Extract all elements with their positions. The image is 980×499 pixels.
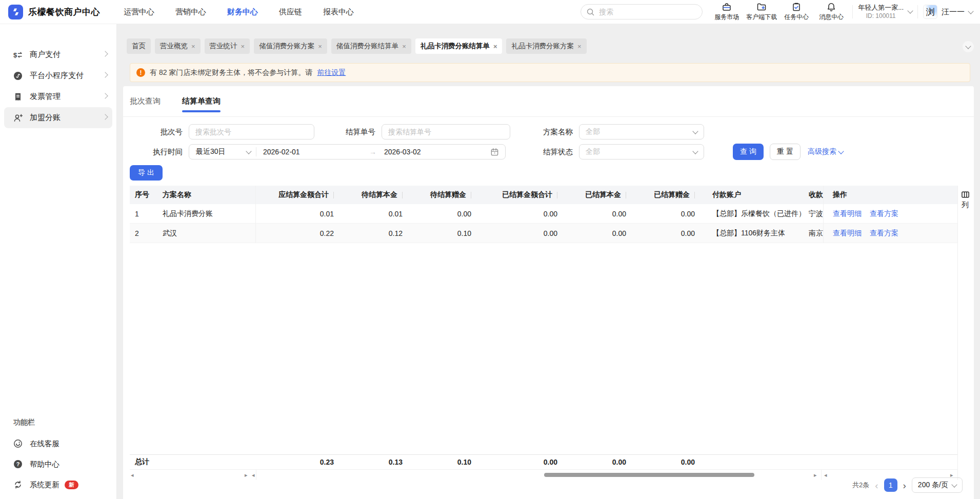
view-detail-link[interactable]: 查看明细 — [833, 209, 862, 218]
app-logo[interactable] — [8, 5, 23, 19]
close-icon[interactable]: × — [241, 43, 245, 50]
sidebar-item-help-center[interactable]: ? 帮助中心 — [0, 454, 116, 474]
end-date-value[interactable]: 2026-03-02 — [376, 148, 490, 156]
tab-home[interactable]: 首页 — [127, 38, 151, 54]
settle-status-select[interactable]: 全部 — [579, 144, 704, 159]
nav-finance-center[interactable]: 财务中心 — [227, 7, 258, 17]
column-settings-button[interactable]: 列 — [957, 186, 972, 480]
reset-button[interactable]: 重 置 — [770, 144, 801, 160]
user-menu[interactable]: 浏 汪一一 — [923, 5, 973, 19]
batch-no-field[interactable] — [189, 124, 314, 139]
start-date-value[interactable]: 2026-02-01 — [256, 148, 369, 156]
tab-stored-value-plan[interactable]: 储值消费分账方案× — [254, 38, 327, 54]
export-button[interactable]: 导 出 — [130, 165, 163, 181]
view-plan-link[interactable]: 查看方案 — [870, 209, 898, 218]
quick-task-center[interactable]: 任务中心 — [781, 2, 812, 22]
subtab-batch-query[interactable]: 批次查询 — [130, 86, 161, 116]
chevron-down-icon — [951, 482, 957, 487]
cell-receiver-account: 宁波 — [803, 209, 823, 218]
scroll-right-arrow[interactable]: ▸ — [245, 471, 248, 478]
col-payer-account: 付款账户 — [702, 190, 803, 199]
col-receiver-account: 收款账户 — [803, 190, 823, 199]
search-box[interactable] — [581, 4, 703, 19]
view-detail-link[interactable]: 查看明细 — [833, 229, 862, 238]
col-actions: 操作 — [823, 186, 957, 204]
tab-giftcard-plan[interactable]: 礼品卡消费分账方案× — [506, 38, 586, 54]
go-to-settings-link[interactable]: 前往设置 — [317, 68, 346, 77]
tab-label: 储值消费分账结算单 — [336, 42, 399, 51]
nav-supply-chain[interactable]: 供应链 — [279, 7, 302, 17]
nav-operation-center[interactable]: 运营中心 — [124, 7, 154, 17]
scroll-left-arrow[interactable]: ◂ — [824, 471, 827, 478]
scroll-left-arrow[interactable]: ◂ — [131, 471, 134, 478]
tabstrip-collapse-button[interactable] — [963, 41, 974, 52]
top-nav: 运营中心 营销中心 财务中心 供应链 报表中心 — [124, 7, 354, 17]
advanced-search-link[interactable]: 高级搜索 — [808, 147, 843, 156]
sidebar-item-invoice[interactable]: 发票管理 — [0, 86, 116, 107]
settle-no-input[interactable] — [382, 128, 510, 136]
cell-pending-bonus: 0.10 — [410, 229, 478, 237]
close-icon[interactable]: × — [493, 43, 497, 50]
tab-business-stats[interactable]: 营业统计× — [205, 38, 250, 54]
col-pending-principal: 待结算本金 — [341, 190, 410, 199]
cell-plan-name: 礼品卡消费分账 — [162, 204, 256, 223]
exec-time-label: 执行时间 — [130, 147, 183, 157]
table-row: 1 礼品卡消费分账 0.01 0.01 0.00 0.00 0.00 0.00 … — [130, 204, 957, 224]
sidebar-item-label: 发票管理 — [30, 92, 61, 102]
close-icon[interactable]: × — [191, 43, 195, 50]
quick-client-download[interactable]: 客户端下载 — [746, 2, 777, 22]
date-preset-select[interactable]: 最近30日 — [189, 147, 256, 156]
columns-icon — [961, 190, 970, 199]
warning-icon: ! — [136, 68, 145, 77]
quick-service-market[interactable]: 服务市场 — [711, 2, 743, 22]
briefcase-icon — [722, 2, 732, 12]
bell-icon — [826, 2, 836, 12]
page-size-select[interactable]: 200 条/页 — [912, 477, 963, 493]
sidebar-item-online-service[interactable]: 在线客服 — [0, 433, 116, 454]
col-settled-total: 已结算金额合计 — [478, 190, 565, 199]
sidebar-item-miniprogram-pay[interactable]: 平台小程序支付 — [0, 65, 116, 86]
sidebar-item-merchant-pay[interactable]: $ 商户支付 — [0, 44, 116, 65]
tenant-id: ID: 100011 — [866, 12, 896, 21]
next-page-button[interactable]: › — [903, 481, 906, 490]
scroll-right-arrow[interactable]: ▸ — [814, 471, 817, 478]
close-icon[interactable]: × — [402, 43, 406, 50]
batch-no-input[interactable] — [189, 128, 314, 136]
close-icon[interactable]: × — [318, 43, 322, 50]
prev-page-button[interactable]: ‹ — [875, 481, 878, 490]
view-plan-link[interactable]: 查看方案 — [870, 229, 898, 238]
pagination-total: 共2条 — [852, 481, 869, 490]
close-icon[interactable]: × — [577, 43, 582, 50]
total-settled-principal: 0.00 — [565, 458, 633, 466]
search-icon — [586, 8, 595, 16]
quick-message-center[interactable]: 消息中心 — [815, 2, 847, 22]
tab-business-overview[interactable]: 营业概览× — [155, 38, 201, 54]
chevron-down-icon — [965, 43, 971, 49]
col-settled-bonus: 已结算赠金 — [633, 190, 702, 199]
tab-stored-value-statement[interactable]: 储值消费分账结算单× — [331, 38, 411, 54]
cell-payer-account: 【总部】乐檬餐饮（已进件） — [702, 209, 803, 218]
subtab-label: 批次查询 — [130, 96, 161, 106]
chevron-down-icon — [692, 148, 698, 154]
svg-text:?: ? — [16, 461, 20, 467]
customer-service-icon — [13, 439, 23, 448]
page-number-button[interactable]: 1 — [884, 478, 897, 492]
sidebar-item-franchise-split[interactable]: 加盟分账 — [4, 107, 112, 128]
divider — [821, 470, 822, 480]
tab-giftcard-statement[interactable]: 礼品卡消费分账结算单× — [415, 38, 503, 54]
scroll-left-arrow[interactable]: ◂ — [252, 471, 255, 478]
divider — [917, 5, 918, 18]
exec-time-range-picker[interactable]: 最近30日 2026-02-01 → 2026-03-02 — [189, 144, 506, 159]
search-input[interactable] — [598, 7, 697, 16]
quick-action-label: 任务中心 — [784, 13, 809, 22]
horizontal-scrollbar-thumb[interactable] — [544, 473, 754, 477]
nav-marketing-center[interactable]: 营销中心 — [175, 7, 206, 17]
tenant-switcher[interactable]: 年轻人第一家... ID: 100011 — [858, 4, 912, 20]
plan-name-select[interactable]: 全部 — [579, 124, 704, 139]
sidebar-item-system-update[interactable]: 系统更新 新 — [0, 474, 116, 495]
search-button[interactable]: 查 询 — [733, 144, 764, 160]
subtab-statement-query[interactable]: 结算单查询 — [182, 86, 221, 116]
pay-transfer-icon: $ — [13, 50, 23, 59]
settle-no-field[interactable] — [382, 124, 510, 139]
nav-report-center[interactable]: 报表中心 — [323, 7, 354, 17]
